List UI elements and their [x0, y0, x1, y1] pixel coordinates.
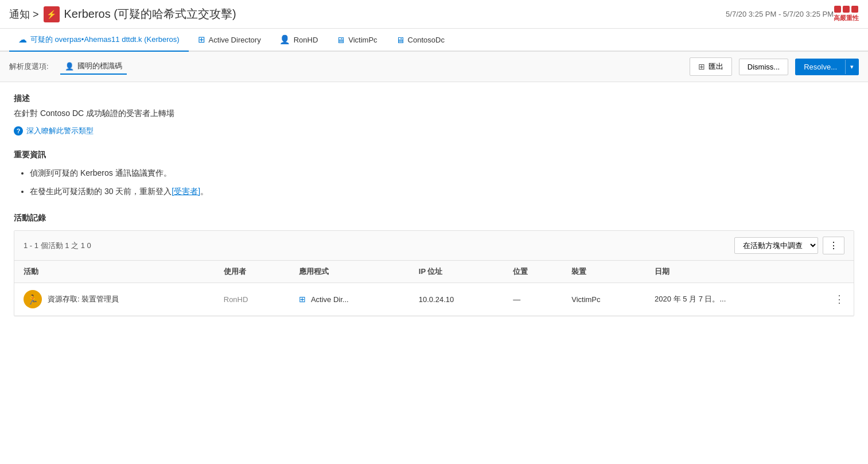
cell-activity: 🏃 資源存取: 裝置管理員 [14, 283, 215, 316]
main-content: 描述 在針對 Contoso DC 成功驗證的受害者上轉場 ? 深入瞭解此警示類… [0, 82, 868, 328]
header-time: 5/7/20 3:25 PM - 5/7/20 3:25 PM [726, 10, 834, 18]
tab-suspicious-label: 可疑的 overpas•Ahemas11 dttdt.k (Kerberos) [30, 34, 180, 45]
col-activity: 活動 [14, 261, 215, 283]
export-button[interactable]: ⊞ 匯出 [690, 57, 732, 76]
alert-icon [44, 6, 60, 22]
resolve-button-group[interactable]: Resolve... ▾ [795, 59, 859, 75]
cell-device: VictimPc [562, 283, 645, 316]
tab-active-directory[interactable]: ⊞ Active Directory [189, 29, 270, 52]
app-text: Active Dir... [311, 295, 349, 304]
resolution-label: 解析度選項: [9, 61, 49, 72]
activity-table-header-row: 活動 使用者 應用程式 IP 位址 位置 裝置 日期 [14, 261, 854, 283]
tab-contosodc-label: ContosoDc [408, 36, 445, 44]
severity-dot-3 [851, 6, 858, 13]
cell-user: RonHD [215, 283, 290, 316]
severity-dot-1 [834, 6, 841, 13]
bullet-text-1: 偵測到可疑的 Kerberos 通訊協議實作。 [30, 168, 172, 177]
cell-date: 2020 年 5 月 7 日。... [645, 283, 803, 316]
toolbar: 解析度選項: 👤 國明的標識碼 ⊞ 匯出 Dismiss... Resolve.… [0, 52, 868, 82]
col-date: 日期 [645, 261, 803, 283]
export-button-label: 匯出 [709, 61, 723, 72]
activity-text: 資源存取: 裝置管理員 [48, 294, 119, 304]
activity-table-body: 🏃 資源存取: 裝置管理員 RonHD ⊞ Active Dir... 10.0… [14, 283, 854, 316]
bullet-item-2: 在發生此可疑活動的 30 天前，重新登入[受害者]。 [30, 183, 854, 199]
windows-icon-app: ⊞ [299, 295, 306, 304]
resolution-option-label: 國明的標識碼 [77, 61, 122, 71]
cell-ip: 10.0.24.10 [410, 283, 504, 316]
activity-toolbar: 1 - 1 個活動 1 之 1 0 在活動方塊中調查 ⋮ [14, 231, 854, 261]
bullet-text-2-prefix: 在發生此可疑活動的 30 天前，重新登入 [30, 187, 172, 196]
tab-ronhd-label: RonHD [294, 36, 318, 44]
severity-dot-2 [843, 6, 850, 13]
windows-icon-ad: ⊞ [198, 34, 205, 45]
cell-more: ⋮ [803, 283, 854, 316]
col-device: 裝置 [562, 261, 645, 283]
page-header: 通知 > Kerberos (可疑的哈希式立交攻擊) 5/7/20 3:25 P… [0, 0, 868, 29]
chevron-down-icon[interactable]: ▾ [845, 60, 858, 74]
row-more-button[interactable]: ⋮ [834, 293, 844, 306]
computer-icon-contosodc: 🖥 [396, 35, 404, 45]
cell-location: — [504, 283, 562, 316]
user-icon-ronhd: 👤 [279, 34, 290, 45]
col-location: 位置 [504, 261, 562, 283]
tab-ronhd[interactable]: 👤 RonHD [270, 29, 328, 52]
tab-victimpc-label: VictimPc [348, 36, 377, 44]
activity-table-head: 活動 使用者 應用程式 IP 位址 位置 裝置 日期 [14, 261, 854, 283]
col-user: 使用者 [215, 261, 290, 283]
breadcrumb: 通知 > [9, 7, 39, 21]
cloud-icon: ☁ [18, 34, 27, 45]
activity-name-cell: 🏃 資源存取: 裝置管理員 [24, 290, 205, 308]
computer-icon-victimpc: 🖥 [336, 35, 345, 45]
tab-victimpc[interactable]: 🖥 VictimPc [327, 29, 386, 52]
tab-bar: ☁ 可疑的 overpas•Ahemas11 dttdt.k (Kerberos… [0, 29, 868, 52]
tab-contosodc[interactable]: 🖥 ContosoDc [387, 29, 454, 52]
activity-toolbar-right: 在活動方塊中調查 ⋮ [734, 237, 844, 254]
resolve-button[interactable]: Resolve... [796, 59, 845, 75]
dismiss-button-label: Dismiss... [748, 63, 780, 71]
table-row: 🏃 資源存取: 裝置管理員 RonHD ⊞ Active Dir... 10.0… [14, 283, 854, 316]
important-info-section: 重要資訊 偵測到可疑的 Kerberos 通訊協議實作。 在發生此可疑活動的 3… [14, 150, 854, 199]
learn-more-label: 深入瞭解此警示類型 [26, 126, 94, 136]
activity-count: 1 - 1 個活動 1 之 1 0 [24, 241, 91, 251]
description-section-title: 描述 [14, 94, 854, 104]
learn-more-link[interactable]: ? 深入瞭解此警示類型 [14, 126, 854, 136]
resolution-option[interactable]: 👤 國明的標識碼 [60, 59, 127, 75]
dismiss-button[interactable]: Dismiss... [739, 59, 788, 75]
severity-dots [834, 6, 858, 13]
export-icon: ⊞ [698, 62, 705, 71]
bullet-item-1: 偵測到可疑的 Kerberos 通訊協議實作。 [30, 165, 854, 181]
col-app: 應用程式 [290, 261, 410, 283]
col-actions [803, 261, 854, 283]
tab-active-directory-label: Active Directory [209, 36, 261, 44]
victim-link[interactable]: [受害者] [172, 187, 200, 196]
col-ip: IP 位址 [410, 261, 504, 283]
bullet-list: 偵測到可疑的 Kerberos 通訊協議實作。 在發生此可疑活動的 30 天前，… [14, 165, 854, 199]
cell-app: ⊞ Active Dir... [290, 283, 410, 316]
user-icon-resolution: 👤 [65, 62, 74, 71]
header-title-group: 通知 > Kerberos (可疑的哈希式立交攻擊) [9, 6, 726, 22]
bullet-text-2-suffix: 。 [200, 187, 208, 196]
description-text: 在針對 Contoso DC 成功驗證的受害者上轉場 [14, 109, 854, 119]
context-more-button[interactable]: ⋮ [823, 237, 844, 254]
context-search-select[interactable]: 在活動方塊中調查 [734, 237, 818, 254]
activity-table-container: 1 - 1 個活動 1 之 1 0 在活動方塊中調查 ⋮ 活動 使用者 應用程式… [14, 230, 854, 316]
severity-badge: 高嚴重性 [834, 6, 859, 22]
tab-suspicious[interactable]: ☁ 可疑的 overpas•Ahemas11 dttdt.k (Kerberos… [9, 29, 189, 52]
page-title: Kerberos (可疑的哈希式立交攻擊) [64, 6, 236, 22]
help-icon: ? [14, 126, 23, 136]
run-icon: 🏃 [24, 290, 42, 308]
severity-label: 高嚴重性 [834, 14, 859, 22]
activity-section-title: 活動記錄 [14, 213, 854, 223]
important-info-title: 重要資訊 [14, 150, 854, 160]
activity-table: 活動 使用者 應用程式 IP 位址 位置 裝置 日期 🏃 資源存取: 裝置管理員 [14, 261, 854, 316]
